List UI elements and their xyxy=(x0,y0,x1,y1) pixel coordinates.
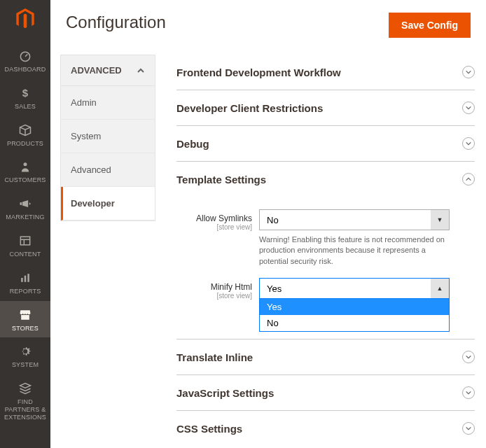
section-template-settings[interactable]: Template Settings xyxy=(176,162,475,197)
field-label: Minify Html xyxy=(176,282,252,292)
allow-symlinks-select[interactable]: No ▼ xyxy=(259,209,450,230)
nav-content[interactable]: CONTENT xyxy=(0,227,50,264)
admin-nav: DASHBOARD $SALES PRODUCTS CUSTOMERS MARK… xyxy=(0,0,50,448)
section-css-settings[interactable]: CSS Settings xyxy=(176,411,475,446)
minify-html-dropdown: Yes No xyxy=(259,298,450,332)
nav-label: CONTENT xyxy=(10,251,41,258)
nav-label: SALES xyxy=(15,103,36,111)
sidebar-item-admin[interactable]: Admin xyxy=(61,86,155,120)
gear-icon xyxy=(18,344,32,358)
field-scope: [store view] xyxy=(176,292,252,300)
select-value: No xyxy=(267,215,279,225)
nav-reports[interactable]: REPORTS xyxy=(0,264,50,301)
config-sidebar: ADVANCED Admin System Advanced Developer xyxy=(60,55,155,448)
chevron-down-icon xyxy=(462,422,475,435)
nav-label: PRODUCTS xyxy=(7,140,43,148)
nav-partners[interactable]: FIND PARTNERS & EXTENSIONS xyxy=(0,374,50,426)
template-settings-body: Allow Symlinks [store view] No ▼ Warning… xyxy=(176,197,475,340)
section-title: JavaScript Settings xyxy=(176,387,274,399)
magento-logo-icon xyxy=(15,8,35,29)
field-allow-symlinks: Allow Symlinks [store view] No ▼ Warning… xyxy=(176,209,475,267)
chevron-up-icon xyxy=(462,173,475,186)
chevron-down-icon xyxy=(462,137,475,150)
sidebar-item-advanced[interactable]: Advanced xyxy=(61,153,155,187)
sidebar-group-label: ADVANCED xyxy=(71,65,122,76)
layout-icon xyxy=(18,234,32,248)
box-icon xyxy=(18,123,32,137)
svg-rect-3 xyxy=(20,237,29,245)
section-title: CSS Settings xyxy=(176,423,242,435)
dropdown-arrow-icon: ▲ xyxy=(431,279,449,298)
chevron-down-icon xyxy=(462,386,475,399)
store-icon xyxy=(18,308,32,322)
bar-chart-icon xyxy=(18,271,32,285)
section-client-restrictions[interactable]: Developer Client Restrictions xyxy=(176,90,475,126)
nav-sales[interactable]: $SALES xyxy=(0,79,50,116)
section-frontend-workflow[interactable]: Frontend Development Workflow xyxy=(176,55,475,90)
nav-label: REPORTS xyxy=(10,288,41,295)
nav-dashboard[interactable]: DASHBOARD xyxy=(0,42,50,79)
svg-rect-6 xyxy=(27,274,29,282)
field-minify-html: Minify Html [store view] Yes ▲ Yes No xyxy=(176,278,475,300)
chevron-down-icon xyxy=(462,102,475,114)
chevron-down-icon xyxy=(462,351,475,363)
section-title: Developer Client Restrictions xyxy=(176,102,323,114)
svg-rect-4 xyxy=(21,278,23,282)
section-title: Frontend Development Workflow xyxy=(176,66,341,78)
section-translate-inline[interactable]: Translate Inline xyxy=(176,340,475,375)
puzzle-icon xyxy=(18,382,32,396)
nav-products[interactable]: PRODUCTS xyxy=(0,116,50,153)
nav-label: FIND PARTNERS & EXTENSIONS xyxy=(0,398,50,421)
dollar-icon: $ xyxy=(18,86,32,100)
svg-point-2 xyxy=(24,163,27,167)
nav-label: CUSTOMERS xyxy=(4,176,46,184)
section-javascript-settings[interactable]: JavaScript Settings xyxy=(176,375,475,411)
person-icon xyxy=(18,160,32,174)
section-title: Template Settings xyxy=(176,174,266,186)
field-warning: Warning! Enabling this feature is not re… xyxy=(259,234,450,267)
nav-marketing[interactable]: MARKETING xyxy=(0,190,50,227)
sidebar-item-system[interactable]: System xyxy=(61,120,155,153)
option-no[interactable]: No xyxy=(260,315,449,331)
section-title: Debug xyxy=(176,138,209,150)
option-yes[interactable]: Yes xyxy=(260,299,449,315)
nav-system[interactable]: SYSTEM xyxy=(0,337,50,374)
nav-customers[interactable]: CUSTOMERS xyxy=(0,153,50,190)
svg-text:$: $ xyxy=(22,87,29,99)
page-header: Configuration Save Config xyxy=(50,0,486,46)
nav-label: DASHBOARD xyxy=(5,66,46,74)
field-label: Allow Symlinks xyxy=(176,214,252,223)
megaphone-icon xyxy=(18,197,32,211)
page-title: Configuration xyxy=(66,13,166,32)
minify-html-select[interactable]: Yes ▲ xyxy=(259,278,450,299)
nav-label: SYSTEM xyxy=(12,361,39,369)
nav-stores[interactable]: STORES xyxy=(0,301,50,338)
select-value: Yes xyxy=(267,284,282,294)
nav-label: MARKETING xyxy=(6,214,44,221)
gauge-icon xyxy=(18,49,32,63)
svg-rect-5 xyxy=(25,275,27,281)
section-debug[interactable]: Debug xyxy=(176,126,475,162)
dropdown-arrow-icon: ▼ xyxy=(431,210,449,230)
sidebar-item-developer[interactable]: Developer xyxy=(61,187,155,220)
field-scope: [store view] xyxy=(176,223,252,231)
config-panel: Frontend Development Workflow Developer … xyxy=(155,55,486,448)
chevron-down-icon xyxy=(462,66,475,78)
nav-label: STORES xyxy=(12,325,39,332)
save-config-button[interactable]: Save Config xyxy=(389,13,471,38)
section-title: Translate Inline xyxy=(176,351,253,363)
sidebar-group-advanced[interactable]: ADVANCED xyxy=(61,55,155,86)
chevron-up-icon xyxy=(137,66,145,75)
